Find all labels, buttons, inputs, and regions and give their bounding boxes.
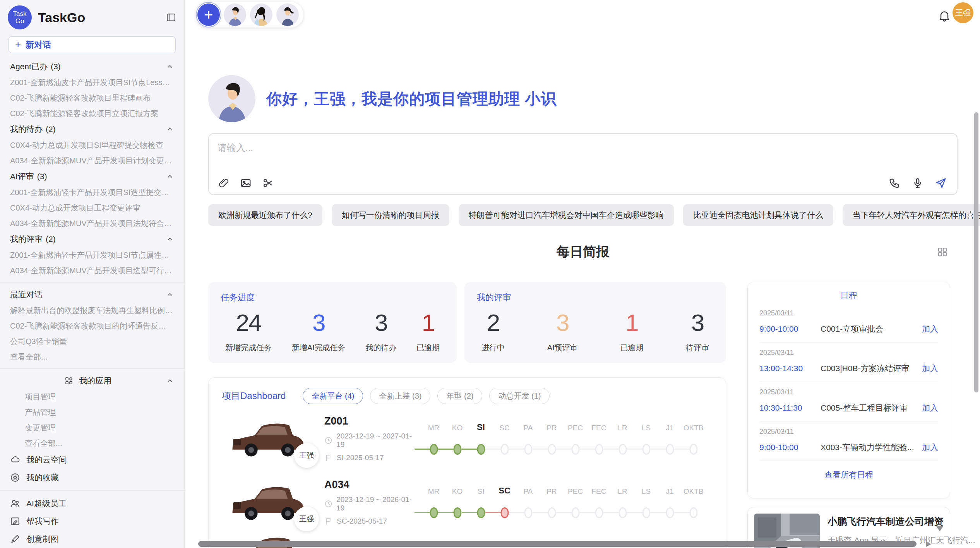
milestone-dot xyxy=(618,507,627,518)
chevron-up-icon xyxy=(166,125,174,134)
milestone: SI xyxy=(469,486,493,518)
app-item[interactable]: 项目管理 xyxy=(0,389,184,404)
milestone-label: LR xyxy=(618,487,627,496)
suggestion-chip[interactable]: 如何写一份清晰的项目周报 xyxy=(332,204,449,226)
sidebar-task-item[interactable]: Z001-全新燃油皮卡产品开发项目SI节点Lesson Learn报告 xyxy=(0,75,184,90)
join-link[interactable]: 加入 xyxy=(922,442,938,453)
recent-conversation-item[interactable]: C02-飞腾新能源轻客改款项目的闭环通告反馈情况 xyxy=(0,318,184,334)
dashboard-tab[interactable]: 年型 (2) xyxy=(437,388,482,404)
entry-date: 2025/03/11 xyxy=(759,388,938,396)
sidebar-item-cloud-space[interactable]: 我的云空间 xyxy=(0,451,184,469)
sidebar-collapse-icon[interactable] xyxy=(166,12,176,22)
sidebar-task-item[interactable]: Z001-全新燃油轻卡产品开发项目SI节点属性5D文件评审 xyxy=(0,247,184,263)
add-conversation-button[interactable]: + xyxy=(197,3,220,26)
sidebar-task-item[interactable]: C02-飞腾新能源轻客改款项目里程碑画布 xyxy=(0,90,184,106)
sidebar-task-item[interactable]: A034-全新新能源MUV产品开发项目计划变更表编写 xyxy=(0,153,184,168)
suggestion-chip[interactable]: 特朗普可能对进口汽车增税会对中国车企造成哪些影响 xyxy=(459,204,674,226)
section-title: AI评审 xyxy=(10,171,34,182)
recent-conversation-item[interactable]: 解释最新出台的欧盟报废车法规再生塑料比例被调至15%... xyxy=(0,303,184,318)
milestone-label: SI xyxy=(478,487,485,496)
section-header[interactable]: 最近对话 xyxy=(0,286,184,303)
suggestion-chip[interactable]: 欧洲新规最近颁布了什么? xyxy=(208,204,322,226)
suggestion-chip[interactable]: 比亚迪全固态电池计划具体说了什么 xyxy=(683,204,833,226)
dashboard-title: 项目Dashboard xyxy=(222,390,286,402)
sidebar-item-ai-staff[interactable]: AI超级员工 xyxy=(0,495,184,512)
composer-right-tools xyxy=(889,177,947,189)
vertical-scrollbar[interactable] xyxy=(974,112,978,392)
app-item[interactable]: 产品管理 xyxy=(0,404,184,420)
suggestion-chip[interactable]: 当下年轻人对汽车外观有怎样的喜好趋势 xyxy=(843,204,980,226)
milestone: OKTB xyxy=(682,486,705,518)
schedule-entry[interactable]: 2025/03/11 13:00-14:30 C003|H0B-方案冻结评审 加… xyxy=(759,342,938,382)
conversation-avatar-1[interactable] xyxy=(224,3,246,26)
section-header[interactable]: Agent已办 (3) xyxy=(0,58,184,75)
milestone-connector xyxy=(556,449,572,450)
people-icon xyxy=(10,498,20,509)
phone-icon[interactable] xyxy=(889,177,900,189)
milestone-label: MR xyxy=(428,424,440,432)
project-image: 王强 xyxy=(230,477,306,527)
section-header[interactable]: AI评审 (3) xyxy=(0,168,184,185)
milestone: OKTB xyxy=(682,422,705,455)
recent-conversation-item[interactable]: 查看全部... xyxy=(0,349,184,365)
attachment-icon[interactable] xyxy=(218,177,229,189)
microphone-icon[interactable] xyxy=(912,177,923,189)
sidebar-task-item[interactable]: C02-飞腾新能源轻客改款项目立项汇报方案 xyxy=(0,106,184,121)
sidebar-item-favorites[interactable]: 我的收藏 xyxy=(0,469,184,486)
sidebar-task-item[interactable]: Z001-全新燃油轻卡产品开发项目SI造型提交物评审 xyxy=(0,185,184,200)
dashboard-tab[interactable]: 全新平台 (4) xyxy=(303,388,363,404)
recent-conversation-item[interactable]: 公司Q3轻卡销量 xyxy=(0,334,184,349)
composer[interactable]: 请输入... xyxy=(208,133,958,195)
dashboard-tab[interactable]: 动总开发 (1) xyxy=(489,388,550,404)
scissors-icon[interactable] xyxy=(262,177,274,189)
milestone: LR xyxy=(611,486,634,518)
schedule-entry[interactable]: 2025/03/11 10:30-11:30 C005-整车工程目标评审 加入 xyxy=(759,382,938,421)
sidebar-task-item[interactable]: C0X4-动力总成开发项目工程变更评审 xyxy=(0,200,184,216)
project-row[interactable]: 王强 Z001 2023-12-19 ~ 2027-01-19 SI-2025-… xyxy=(209,409,726,468)
app-item[interactable]: 变更管理 xyxy=(0,420,184,435)
schedule-card: 日程 2025/03/11 9:00-10:00 C001-立项审批会 加入 2… xyxy=(747,282,950,498)
sidebar-item-drawing[interactable]: 创意制图 xyxy=(0,530,184,548)
join-link[interactable]: 加入 xyxy=(922,363,938,374)
layout-grid-icon[interactable] xyxy=(937,246,948,258)
schedule-entry[interactable]: 2025/03/11 9:00-10:00 C001-立项审批会 加入 xyxy=(759,303,938,342)
scroll-down-arrow[interactable] xyxy=(936,526,943,531)
section-header[interactable]: 我的应用 xyxy=(0,373,184,389)
stat-label: 已逾期 xyxy=(620,342,643,353)
user-avatar[interactable]: 王强 xyxy=(953,2,973,23)
milestone-dot xyxy=(524,507,532,518)
milestone: PR xyxy=(540,422,564,455)
sidebar-task-item[interactable]: C0X4-动力总成开发项目SI里程碑提交物检查 xyxy=(0,137,184,153)
conversation-avatar-3[interactable] xyxy=(276,3,299,26)
stat: 1 已逾期 xyxy=(620,309,643,353)
sidebar-item-writing[interactable]: 帮我写作 xyxy=(0,512,184,530)
notifications-bell-icon[interactable] xyxy=(937,9,951,23)
view-all-schedule-link[interactable]: 查看所有日程 xyxy=(759,461,938,480)
project-row[interactable]: 王强 A034 2023-12-19 ~ 2026-01-19 SC-2025-… xyxy=(209,473,726,531)
send-icon[interactable] xyxy=(935,177,947,189)
milestone-dot xyxy=(689,507,697,518)
sidebar-task-item[interactable]: A034-全新新能源MUV产品开发项目造型可行性评审 xyxy=(0,263,184,278)
task-section: AI评审 (3) Z001-全新燃油轻卡产品开发项目SI造型提交物评审 C0X4… xyxy=(0,168,184,231)
section-count: (2) xyxy=(46,125,56,134)
sidebar-task-item[interactable]: A034-全新新能源MUV产品开发项目法规符合性评审 xyxy=(0,216,184,231)
image-icon[interactable] xyxy=(240,177,252,189)
join-link[interactable]: 加入 xyxy=(922,402,938,413)
milestone: PEC xyxy=(564,422,587,455)
section-header[interactable]: 我的评审 (2) xyxy=(0,231,184,247)
schedule-entry[interactable]: 2025/03/11 9:00-10:00 X003-车辆动力学性能验... 加… xyxy=(759,421,938,461)
app-item[interactable]: 查看全部... xyxy=(0,435,184,451)
milestone-connector xyxy=(627,512,642,513)
scroll-right-arrow[interactable] xyxy=(926,541,931,547)
horizontal-scrollbar[interactable] xyxy=(198,541,917,547)
section-items: Z001-全新燃油皮卡产品开发项目SI节点Lesson Learn报告 C02-… xyxy=(0,75,184,121)
entry-row: 10:30-11:30 C005-整车工程目标评审 加入 xyxy=(759,402,938,413)
new-chat-button[interactable]: + 新对话 xyxy=(9,36,176,53)
dashboard-tab[interactable]: 全新上装 (3) xyxy=(370,388,430,404)
stat: 1 已逾期 xyxy=(416,309,440,353)
stat-value: 3 xyxy=(547,309,578,336)
conversation-avatar-2[interactable] xyxy=(250,3,272,26)
join-link[interactable]: 加入 xyxy=(922,324,938,334)
milestone-connector xyxy=(462,512,477,513)
section-header[interactable]: 我的待办 (2) xyxy=(0,121,184,137)
